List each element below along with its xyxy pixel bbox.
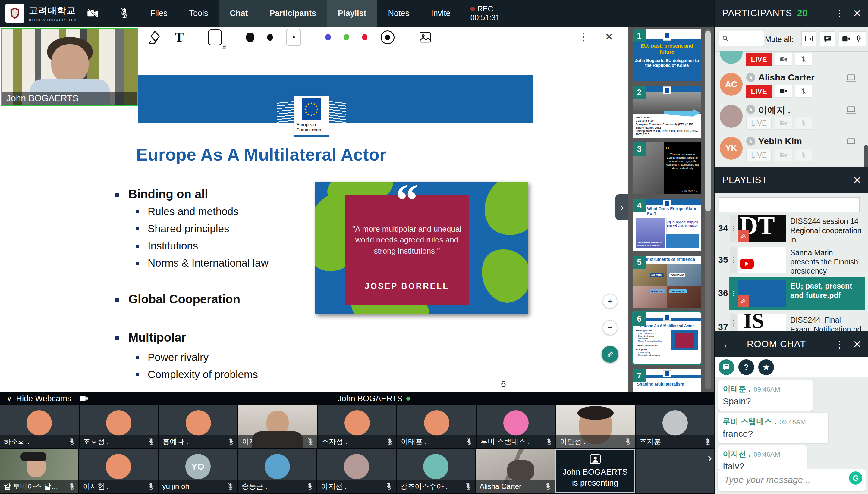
webcam-tile-video[interactable]: 캍 토비아스 달크비스...	[0, 449, 78, 493]
chat-menu-icon[interactable]: ⋮	[835, 339, 845, 350]
shape-dropdown-icon[interactable]: ▾	[222, 44, 226, 49]
back-arrow-icon[interactable]: ←	[722, 338, 733, 350]
stroke-medium-option[interactable]	[267, 34, 273, 41]
slide-thumb-1[interactable]: 1 EU: past, present and future John Boga…	[633, 29, 701, 81]
chat-toolbar: ? ★	[715, 357, 868, 378]
participant-row[interactable]: ★ 이예지 . LIVE	[715, 101, 868, 133]
playlist-item-menu-icon[interactable]: ⋮	[730, 314, 737, 331]
slide-thumb-2[interactable]: 2 World War II Coal and Steel European E…	[633, 86, 701, 138]
playlist-close-icon[interactable]: ✕	[853, 174, 862, 186]
hide-webcams-toggle[interactable]: Hide Webcams	[16, 394, 71, 403]
webcam-tile[interactable]: 조지훈	[635, 405, 714, 448]
chat-message: 루비 스탬네스 .09:46AM france?	[718, 413, 828, 443]
star-icon[interactable]: ★	[746, 137, 755, 146]
panel-expand-chevron[interactable]: ›	[615, 194, 628, 220]
webcam-tile-video[interactable]: 이민정 .	[556, 405, 635, 448]
eraser-tool-icon[interactable]	[148, 30, 162, 44]
shape-tool[interactable]: ▾	[208, 29, 222, 45]
zoom-out-button[interactable]: −	[603, 321, 617, 335]
webcam-tile[interactable]: 루비 스탬네스 .	[477, 405, 555, 448]
tab-tools[interactable]: Tools	[178, 0, 219, 26]
thumbnail-scrollbar[interactable]	[705, 29, 711, 389]
insert-image-icon[interactable]	[419, 31, 431, 44]
color-blue-option[interactable]	[326, 34, 331, 40]
playlist-item-selected[interactable]: 36 ⋮ EU; past, present and future.pdf	[715, 277, 868, 310]
chat-message-input[interactable]	[724, 474, 839, 485]
participant-row[interactable]: YK ★ Yebin Kim LIVE	[715, 133, 868, 165]
camera-off-button[interactable]	[775, 53, 792, 66]
chat-help-button[interactable]: ?	[738, 359, 754, 375]
draw-pencil-button[interactable]: ✎	[602, 346, 618, 363]
slide-thumb-6-current[interactable]: 6 Europe As A Multilateral Actor Binding…	[633, 312, 701, 364]
camera-off-icon[interactable]	[87, 8, 99, 18]
chat-close-icon[interactable]: ✕	[853, 338, 862, 350]
mic-off-icon[interactable]	[120, 7, 129, 19]
stroke-size-selected[interactable]	[286, 28, 301, 46]
camera-on-button[interactable]	[775, 85, 792, 98]
camera-off-button[interactable]	[775, 117, 792, 130]
tab-invite[interactable]: Invite	[420, 0, 461, 26]
mic-off-icon	[546, 437, 552, 446]
whiteboard-more-icon[interactable]: ⋮	[578, 32, 589, 42]
presenter-video[interactable]: John BOGAERTS	[1, 28, 138, 106]
mute-all-screenshare-button[interactable]	[801, 31, 816, 46]
tab-playlist[interactable]: Playlist	[327, 0, 377, 26]
slide-thumb-5[interactable]: 5 EU Instruments of influence MILITARY E…	[633, 256, 701, 307]
mute-all-chat-button[interactable]	[820, 31, 835, 46]
participant-row[interactable]: 강조이스수아 . LIVE	[715, 51, 868, 69]
whiteboard-close-icon[interactable]: ✕	[605, 31, 614, 43]
participants-menu-icon[interactable]: ⋮	[835, 7, 845, 19]
playlist-item[interactable]: 35 ⋮ Sanna Marin presents the Finnish pr…	[715, 247, 868, 273]
webcam-tile-video[interactable]: Alisha Carter	[476, 449, 554, 493]
university-name: 고려대학교 KOREA UNIVERSITY	[29, 4, 77, 22]
tab-participants[interactable]: Participants	[259, 0, 327, 26]
mute-all-mic-button[interactable]	[851, 31, 866, 46]
webcam-tile-video[interactable]: 이재승 .	[238, 405, 317, 448]
playlist-item[interactable]: 34 ⋮ DT DISS244 session 14 Regional coop…	[715, 215, 868, 242]
webcam-scroll-next-icon[interactable]: ›	[708, 451, 712, 465]
webcam-tile[interactable]: 조호정 .	[79, 405, 158, 448]
tab-notes[interactable]: Notes	[377, 0, 421, 26]
star-icon[interactable]: ★	[746, 73, 755, 82]
mic-off-button[interactable]	[795, 117, 812, 130]
color-red-option[interactable]	[362, 34, 367, 40]
tab-chat[interactable]: Chat	[219, 0, 259, 26]
participant-row[interactable]: AC ★ Alisha Carter LIVE	[715, 69, 868, 101]
chat-notes-button[interactable]	[719, 359, 734, 375]
playlist-item-menu-icon[interactable]: ⋮	[730, 280, 737, 307]
color-black-selected[interactable]	[381, 31, 394, 44]
tab-files[interactable]: Files	[139, 0, 178, 26]
text-tool[interactable]: T	[175, 30, 184, 45]
playlist-item-menu-icon[interactable]: ⋮	[730, 247, 737, 273]
webcam-tile[interactable]: 강조이스수아 .	[396, 449, 475, 493]
slide-thumb-4[interactable]: 4 What Does Europe Stand For? #EU4HUMANR…	[633, 199, 701, 251]
slide-thumb-3[interactable]: 3 “ There is no peace in Europe if state…	[633, 142, 701, 194]
color-green-option[interactable]	[344, 34, 349, 40]
webcam-tile[interactable]: 이서현 .	[79, 449, 158, 493]
webcam-tile[interactable]: 홍예나 .	[159, 405, 238, 448]
playlist-search-input[interactable]	[719, 197, 860, 212]
participants-list: 강조이스수아 . LIVE AC ★ Alisha Carter LIVE	[715, 51, 868, 167]
webcam-tile[interactable]: 송동근 .	[238, 449, 316, 493]
mic-off-button[interactable]	[795, 149, 812, 162]
webcam-tile[interactable]: 소자정 .	[318, 405, 396, 448]
star-icon[interactable]: ★	[746, 105, 755, 114]
webcam-tile[interactable]: 이태훈 .	[397, 405, 476, 448]
mic-off-button[interactable]	[795, 85, 812, 98]
zoom-in-button[interactable]: +	[603, 294, 617, 308]
playlist-item-menu-icon[interactable]: ⋮	[730, 215, 737, 242]
playlist-item[interactable]: 37 ⋮ IS DISS244_Final Exam_Notification.…	[715, 314, 868, 331]
webcam-tile[interactable]: 이지선 .	[317, 449, 396, 493]
slide-thumb-7[interactable]: 7 Shaping Multilateralism	[633, 369, 701, 392]
camera-off-button[interactable]	[775, 149, 792, 162]
chat-favorites-button[interactable]: ★	[758, 359, 774, 375]
stroke-thick-option[interactable]	[246, 33, 254, 42]
mic-off-button[interactable]	[795, 53, 812, 66]
grammarly-icon[interactable]: G	[849, 471, 862, 484]
participants-scrollbar[interactable]	[864, 145, 868, 167]
webcam-tile[interactable]: 하소희 .	[0, 405, 79, 448]
webcam-tile[interactable]: YO yu jin oh	[159, 449, 237, 493]
participants-close-icon[interactable]: ✕	[853, 7, 862, 19]
participant-search-input[interactable]	[719, 31, 764, 46]
collapse-chevron-icon[interactable]: ∨	[7, 394, 12, 403]
